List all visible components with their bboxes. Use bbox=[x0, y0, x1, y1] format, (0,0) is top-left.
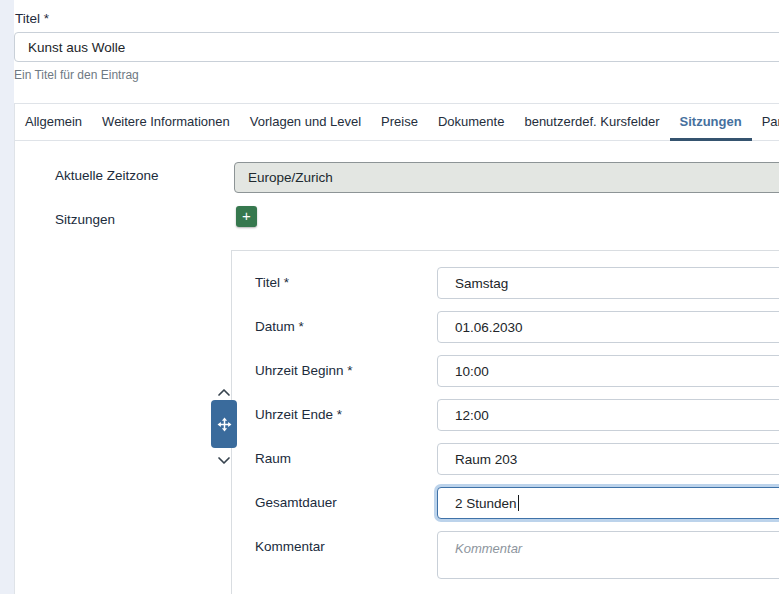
course-title-label: Titel * bbox=[15, 11, 49, 26]
session-drag-handle[interactable] bbox=[211, 400, 237, 448]
session-duration-input[interactable]: 2 Stunden bbox=[437, 487, 779, 519]
session-room-input[interactable]: Raum 203 bbox=[437, 443, 779, 475]
timezone-select[interactable]: Europe/Zurich bbox=[234, 162, 779, 193]
session-duration-value: 2 Stunden bbox=[455, 496, 517, 511]
sessions-label: Sitzungen bbox=[55, 212, 115, 227]
session-comment-label: Kommentar bbox=[255, 539, 325, 554]
tab-vorlagen-und-level[interactable]: Vorlagen und Level bbox=[240, 104, 371, 140]
tab-allgemein[interactable]: Allgemein bbox=[15, 104, 92, 140]
session-start-time-input[interactable]: 10:00 bbox=[437, 355, 779, 387]
text-cursor bbox=[518, 495, 520, 511]
session-date-input[interactable]: 01.06.2030 bbox=[437, 311, 779, 343]
course-edit-page: Titel * Kunst aus Wolle Ein Titel für de… bbox=[0, 0, 779, 594]
session-title-label: Titel * bbox=[255, 275, 289, 290]
course-title-input[interactable]: Kunst aus Wolle bbox=[14, 32, 779, 62]
tab-weitere-informationen[interactable]: Weitere Informationen bbox=[92, 104, 240, 140]
session-duration-label: Gesamtdauer bbox=[255, 495, 337, 510]
tab-dokumente[interactable]: Dokumente bbox=[428, 104, 514, 140]
session-room-label: Raum bbox=[255, 451, 291, 466]
chevron-up-icon bbox=[217, 387, 231, 398]
course-title-help: Ein Titel für den Eintrag bbox=[14, 68, 139, 82]
move-session-down-button[interactable] bbox=[217, 452, 231, 463]
move-icon bbox=[217, 417, 232, 432]
tab-parameter[interactable]: Parameter bbox=[752, 104, 779, 140]
session-title-input[interactable]: Samstag bbox=[437, 267, 779, 299]
session-end-time-input[interactable]: 12:00 bbox=[437, 399, 779, 431]
tab-kursfelder[interactable]: benutzerdef. Kursfelder bbox=[514, 104, 669, 140]
plus-icon: + bbox=[242, 207, 251, 224]
session-date-label: Datum * bbox=[255, 319, 304, 334]
move-session-up-button[interactable] bbox=[217, 384, 231, 395]
tab-preise[interactable]: Preise bbox=[371, 104, 428, 140]
session-end-time-label: Uhrzeit Ende * bbox=[255, 407, 342, 422]
timezone-label: Aktuelle Zeitzone bbox=[55, 168, 159, 183]
tab-sitzungen[interactable]: Sitzungen bbox=[670, 104, 752, 140]
chevron-down-icon bbox=[217, 455, 231, 466]
add-session-button[interactable]: + bbox=[236, 206, 257, 227]
session-start-time-label: Uhrzeit Beginn * bbox=[255, 363, 353, 378]
tab-bar: Allgemein Weitere Informationen Vorlagen… bbox=[15, 104, 779, 141]
session-comment-textarea[interactable]: Kommentar bbox=[437, 531, 779, 579]
